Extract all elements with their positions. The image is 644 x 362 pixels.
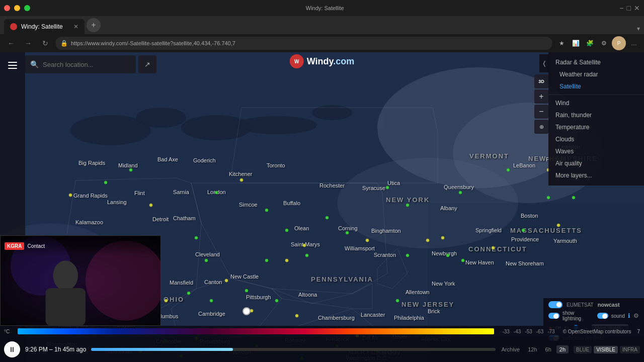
legend-minus43: -43: [514, 329, 521, 334]
panel-item-weather-radar[interactable]: Weather radar: [548, 68, 644, 80]
active-tab[interactable]: Windy: Satellite ✕: [4, 19, 85, 34]
pause-btn[interactable]: ⏸: [4, 341, 20, 357]
webcam-dot[interactable]: [265, 259, 269, 262]
back-btn[interactable]: ←: [4, 36, 18, 50]
webcam-dot[interactable]: [104, 181, 108, 185]
webcam-dot[interactable]: [492, 246, 495, 250]
webcam-dot[interactable]: [446, 254, 450, 257]
panel-item-satellite[interactable]: Satellite: [548, 80, 644, 93]
timeline[interactable]: [91, 348, 495, 351]
temperature-label: Temperature: [555, 124, 589, 131]
webcam-dot[interactable]: [507, 168, 510, 172]
webcam-dot[interactable]: [215, 191, 218, 195]
panel-item-air-quality[interactable]: Air quality: [548, 157, 644, 169]
webcam-dot[interactable]: [285, 259, 289, 262]
webcam-dot[interactable]: [295, 314, 299, 318]
hamburger-line: [8, 65, 17, 66]
webcam-dot[interactable]: [396, 299, 399, 303]
panel-item-temperature[interactable]: Temperature: [548, 121, 644, 133]
legend-minus53: -53: [525, 329, 532, 334]
webcam-dot[interactable]: [441, 236, 445, 240]
share-btn[interactable]: ↗: [138, 55, 156, 73]
zoom-out-btn[interactable]: −: [534, 105, 548, 119]
panel-item-more-layers[interactable]: More layers...: [548, 169, 644, 182]
panel-item-radar-satellite[interactable]: Radar & Satellite: [548, 56, 644, 68]
restore-btn[interactable]: □: [627, 4, 631, 12]
badge-infra[interactable]: INFRA: [620, 346, 640, 353]
crosshair-btn[interactable]: ⊕: [534, 120, 548, 134]
webcam-dot[interactable]: [245, 289, 249, 293]
hamburger-menu-btn[interactable]: [4, 56, 22, 74]
panel-item-rain[interactable]: Rain, thunder: [548, 109, 644, 121]
webcam-dot[interactable]: [210, 299, 213, 303]
webcam-dot[interactable]: [275, 299, 279, 303]
webcam-dot[interactable]: [205, 259, 208, 262]
right-panel-toggle-btn[interactable]: ❬: [539, 54, 549, 72]
webcam-dot[interactable]: [459, 191, 462, 195]
webcam-dot[interactable]: [195, 236, 198, 240]
url-display: https://www.windy.com/-Satellite-satelli…: [71, 40, 235, 46]
webcam-dot[interactable]: [326, 216, 329, 220]
sound-toggle[interactable]: [597, 313, 608, 319]
webcam-dot[interactable]: [572, 196, 576, 200]
webcam-dot[interactable]: [225, 279, 228, 283]
url-bar[interactable]: 🔒 https://www.windy.com/-Satellite-satel…: [55, 37, 552, 50]
option-6h[interactable]: 6h: [542, 345, 554, 353]
minimize-window-btn[interactable]: [14, 5, 20, 11]
option-12h[interactable]: 12h: [525, 345, 540, 353]
archive-label: Archive: [499, 345, 523, 353]
close-window-btn[interactable]: [4, 5, 10, 11]
panel-item-clouds[interactable]: Clouds: [548, 133, 644, 145]
webcam-dot[interactable]: [406, 254, 410, 257]
webcam-dot[interactable]: [522, 229, 525, 232]
legend-bar-container: [18, 328, 494, 334]
webcam-dot[interactable]: [129, 168, 133, 172]
lightning-toggle[interactable]: [548, 313, 559, 319]
webcam-dot[interactable]: [187, 292, 191, 295]
webcam-dot[interactable]: [386, 186, 389, 190]
menu-btn[interactable]: …: [628, 37, 640, 49]
webcam-dot[interactable]: [149, 204, 153, 207]
minimize-btn[interactable]: −: [619, 4, 623, 12]
settings-btn[interactable]: ⚙: [598, 37, 610, 49]
webcam-dot[interactable]: [366, 239, 369, 242]
search-input[interactable]: [43, 61, 131, 68]
webcam-dot[interactable]: [557, 224, 560, 227]
new-tab-btn[interactable]: +: [87, 18, 101, 32]
badge-visible[interactable]: VISIBLE: [594, 346, 618, 353]
webcam-dot[interactable]: [265, 209, 269, 212]
webcam-dot[interactable]: [69, 194, 72, 197]
maximize-window-btn[interactable]: [24, 5, 30, 11]
webcam-dot[interactable]: [305, 254, 309, 257]
extensions-btn[interactable]: 🧩: [584, 37, 596, 49]
panel-item-waves[interactable]: Waves: [548, 145, 644, 157]
bookmark-btn[interactable]: ★: [555, 37, 568, 49]
reload-btn[interactable]: ↻: [38, 36, 52, 50]
badge-blue[interactable]: BLUE: [574, 346, 592, 353]
profile-avatar[interactable]: P: [612, 36, 626, 50]
forward-btn[interactable]: →: [21, 36, 35, 50]
webcam-dot[interactable]: [303, 244, 306, 247]
insights-btn[interactable]: 📊: [570, 37, 582, 49]
waves-label: Waves: [555, 148, 574, 155]
webcam-dot[interactable]: [547, 196, 550, 200]
webcam-dot[interactable]: [240, 178, 244, 182]
eumetsat-toggle[interactable]: [548, 301, 562, 308]
tab-close-btn[interactable]: ✕: [73, 23, 78, 30]
webcam-dot[interactable]: [461, 259, 465, 262]
tab-strip-btn[interactable]: ▾: [637, 25, 640, 32]
webcam-dot[interactable]: [285, 229, 289, 232]
info-icon: ℹ: [628, 312, 630, 319]
close-btn[interactable]: ✕: [634, 4, 640, 12]
option-2h[interactable]: 2h: [556, 345, 569, 353]
osm-attribution: © OpenStreetMap contributors: [563, 329, 631, 334]
nav-right: ★ 📊 🧩 ⚙ P …: [555, 36, 640, 50]
webcam-dot[interactable]: [346, 231, 349, 235]
webcam-dot[interactable]: [406, 204, 410, 207]
windy-logo: W Windy.com: [290, 54, 355, 68]
zoom-in-btn[interactable]: +: [534, 89, 548, 104]
3d-view-btn[interactable]: 3D: [534, 74, 548, 88]
panel-item-wind[interactable]: Wind: [548, 97, 644, 109]
webcam-dot[interactable]: [426, 239, 430, 242]
webcam-dot[interactable]: [165, 299, 168, 303]
